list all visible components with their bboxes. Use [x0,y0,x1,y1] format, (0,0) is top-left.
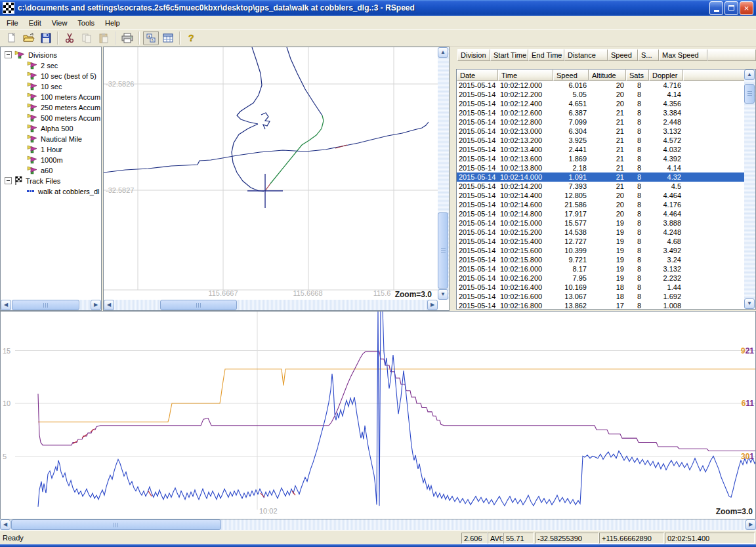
menu-view[interactable]: View [47,17,73,29]
scrollbar-thumb[interactable] [160,300,237,310]
new-button[interactable] [4,31,20,45]
table-row[interactable]: 2015-05-1410:02:15.20014.5381984.248 [457,228,755,237]
table-row[interactable]: 2015-05-1410:02:12.4004.6512084.356 [457,99,755,108]
toolbar: ab ? [0,30,756,47]
table-row[interactable]: 2015-05-1410:02:15.40012.7271984.68 [457,237,755,246]
scroll-right-arrow[interactable]: ▶ [427,300,438,310]
tree-item-a60[interactable]: a60 [1,165,101,175]
table-row[interactable]: 2015-05-1410:02:16.0008.171983.132 [457,264,755,274]
scrollbar-thumb[interactable] [12,300,79,310]
table-row[interactable]: 2015-05-1410:02:14.80017.9172084.464 [457,209,755,218]
scroll-down-arrow[interactable]: ▼ [744,298,755,309]
minimize-button[interactable] [709,1,723,15]
copy-button[interactable] [79,31,94,45]
tree-item-2-sec[interactable]: 2 sec [1,60,101,70]
menu-tools[interactable]: Tools [72,17,100,29]
tree-item-walk-at-cobblers-dl[interactable]: walk at cobblers_dl [1,186,101,196]
tree-item-divisions[interactable]: Divisions [1,49,101,60]
scroll-right-arrow[interactable]: ▶ [746,519,756,530]
tree-item-1000m[interactable]: 1000m [1,154,101,165]
paste-button[interactable] [96,31,112,45]
tree-item-10-sec-best-of-5-[interactable]: 10 sec (best of 5) [1,70,101,81]
track-map-canvas[interactable]: -32.5826-32.5827115.6667115.6668115.6Zoo… [104,47,438,300]
table-row[interactable]: 2015-05-1410:02:16.80013.8621781.008 [457,301,755,310]
table-row[interactable]: 2015-05-1410:02:13.2003.9252184.572 [457,136,755,145]
table-row[interactable]: 2015-05-1410:02:14.2007.3932184.5 [457,182,755,191]
menu-help[interactable]: Help [100,17,125,29]
tree-item-alpha-500[interactable]: Alpha 500 [1,123,101,133]
table-vscrollbar[interactable]: ▲ ▼ [744,70,755,309]
track-column-time[interactable]: Time [498,70,553,81]
table-row[interactable]: 2015-05-1410:02:13.4002.4412184.032 [457,145,755,154]
scrollbar-thumb[interactable] [744,84,755,104]
map-vscrollbar[interactable]: ▲ ▼ [438,47,449,300]
tree-expander-icon[interactable] [5,177,12,184]
table-row[interactable]: 2015-05-1410:02:15.00015.5771983.888 [457,218,755,228]
table-row[interactable]: 2015-05-1410:02:15.8009.7211983.24 [457,255,755,264]
table-row[interactable]: 2015-05-1410:02:12.0006.0162084.716 [457,81,755,90]
close-button[interactable]: × [740,1,753,15]
help-button[interactable]: ? [184,31,200,45]
table-row[interactable]: 2015-05-1410:02:15.60010.3991983.492 [457,246,755,255]
table-row[interactable]: 2015-05-1410:02:16.60013.0671881.692 [457,292,755,301]
track-column-sats[interactable]: Sats [626,70,649,81]
tree-expander-icon[interactable] [5,51,12,58]
table-row[interactable]: 2015-05-1410:02:13.6001.8692184.392 [457,154,755,163]
split-view-button[interactable]: ab [143,31,159,45]
tree-item-250-meters-accum[interactable]: 250 meters Accum [1,102,101,112]
tree-item-nautical-mile[interactable]: Nautical Mile [1,133,101,144]
tree-item-track-files[interactable]: Track Files [1,175,101,186]
tree-item-500-meters-accum[interactable]: 500 meters Accum [1,112,101,123]
division-column-division[interactable]: Division [457,49,490,61]
scroll-up-arrow[interactable]: ▲ [438,47,448,58]
table-row[interactable]: 2015-05-1410:02:14.40012.8052084.464 [457,191,755,200]
scroll-right-arrow[interactable]: ▶ [91,300,101,310]
table-row[interactable]: 2015-05-1410:02:13.0006.3042183.132 [457,127,755,136]
menu-file[interactable]: File [1,17,24,29]
track-column-altitude[interactable]: Altitude [589,70,626,81]
division-column-s-[interactable]: S... [638,49,659,61]
table-row[interactable]: 2015-05-1410:02:16.40010.1691881.44 [457,283,755,292]
division-column-end-time[interactable]: End Time [528,49,564,61]
map-hscrollbar[interactable]: ◀ ▶ [104,300,438,310]
grid-view-button[interactable] [160,31,176,45]
speed-chart-canvas[interactable]: 1510592161130110:02Zoom=3.0 [1,312,755,519]
track-column-doppler[interactable]: Doppler [649,70,683,81]
flags-icon [27,145,38,153]
scroll-left-arrow[interactable]: ◀ [1,300,11,310]
table-row[interactable]: 2015-05-1410:02:14.0001.0912184.32 [457,172,755,182]
table-row[interactable]: 2015-05-1410:02:13.8002.182184.14 [457,163,755,172]
scroll-left-arrow[interactable]: ◀ [104,300,114,310]
division-column-distance[interactable]: Distance [564,49,608,61]
cell-date: 2015-05-14 [457,108,498,117]
title-bar[interactable]: c:\documents and settings\socrates.2sf6c… [0,0,756,16]
save-button[interactable] [38,31,54,45]
division-column-start-time[interactable]: Start Time [490,49,528,61]
track-column-speed[interactable]: Speed [553,70,589,81]
division-column-speed[interactable]: Speed [608,49,638,61]
scrollbar-thumb[interactable] [438,213,448,289]
scroll-down-arrow[interactable]: ▼ [438,289,448,300]
cell-speed: 1.869 [553,154,589,163]
tree-item-100-meters-accum[interactable]: 100 meters Accum [1,91,101,102]
table-row[interactable]: 2015-05-1410:02:16.2007.951982.232 [457,274,755,283]
open-button[interactable] [21,31,37,45]
print-button[interactable] [119,31,135,45]
table-row[interactable]: 2015-05-1410:02:14.60021.5862084.176 [457,200,755,209]
tree-item-1-hour[interactable]: 1 Hour [1,144,101,154]
table-row[interactable]: 2015-05-1410:02:12.8007.0992182.448 [457,117,755,127]
chart-hscrollbar[interactable]: ◀ ▶ [0,519,756,530]
restore-button[interactable] [724,1,738,15]
table-row[interactable]: 2015-05-1410:02:12.6006.3872183.384 [457,108,755,117]
menu-edit[interactable]: Edit [24,17,47,29]
division-column-max-speed[interactable]: Max Speed [659,49,707,61]
track-column-date[interactable]: Date [457,70,498,81]
table-row[interactable]: 2015-05-1410:02:12.2005.052084.14 [457,90,755,99]
scrollbar-thumb[interactable] [11,519,221,530]
tree-item-10-sec[interactable]: 10 sec [1,81,101,91]
scroll-up-arrow[interactable]: ▲ [744,70,755,80]
cut-button[interactable] [62,31,77,45]
scroll-left-arrow[interactable]: ◀ [0,519,10,530]
cell-sats: 8 [626,136,649,145]
tree-hscrollbar[interactable]: ◀ ▶ [1,300,101,310]
